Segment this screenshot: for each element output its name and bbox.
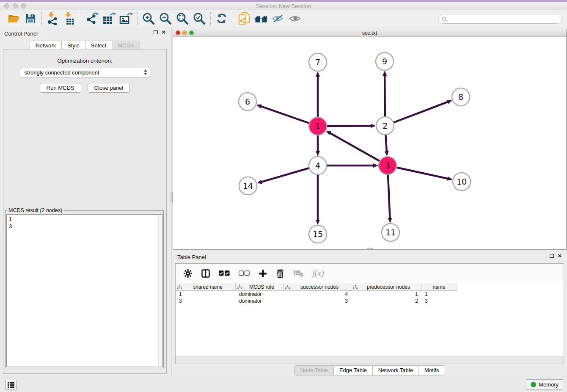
optimization-criterion-dropdown[interactable]: strongly connected component <box>20 68 150 77</box>
node-table: shared name MCDS role successor nodes pr… <box>176 283 564 304</box>
canvas-resize-grip[interactable] <box>366 248 373 249</box>
table-panel-body: f(x) shared name MCDS role successor nod… <box>175 263 564 364</box>
zoom-in-button[interactable] <box>140 11 157 26</box>
splitter-grip[interactable] <box>170 193 173 202</box>
import-network-icon <box>47 12 59 25</box>
cell-successor-nodes[interactable]: 4 <box>284 291 351 298</box>
network-window-titlebar[interactable]: × − + scc.txt <box>173 29 566 37</box>
column-view-icon <box>201 269 210 278</box>
table-row[interactable]: 3 dominator 3 2 3 <box>176 298 564 304</box>
column-header-shared-name[interactable]: shared name <box>176 283 236 291</box>
graph-node-label-2: 2 <box>383 121 388 130</box>
close-table-panel-icon[interactable]: × <box>558 254 561 258</box>
cell-predecessor-nodes[interactable]: 2 <box>351 298 421 304</box>
first-neighbors-button[interactable] <box>253 11 270 26</box>
column-header-mcds-role[interactable]: MCDS role <box>236 283 284 291</box>
mcds-result-text[interactable]: 1 3 <box>6 214 162 367</box>
add-row-button[interactable] <box>259 267 267 280</box>
show-all-button[interactable] <box>286 11 303 26</box>
control-panel: Control Panel × Network Style Select MCD… <box>0 27 170 377</box>
column-type-icon <box>285 285 290 289</box>
float-table-panel-icon[interactable] <box>550 254 554 258</box>
table-panel-title: Table Panel <box>177 254 206 260</box>
gear-button[interactable] <box>183 267 193 280</box>
cell-name[interactable]: 3 <box>421 298 457 304</box>
graph-node-label-6: 6 <box>245 97 250 106</box>
export-image-icon <box>119 12 133 25</box>
result-line: 1 <box>9 215 160 223</box>
column-header-predecessor-nodes[interactable]: predecessor nodes <box>351 283 421 291</box>
control-panel-title: Control Panel <box>4 30 38 37</box>
save-session-icon <box>25 13 36 24</box>
import-network-button[interactable] <box>44 11 61 26</box>
cell-mcds-role[interactable]: dominator <box>236 291 284 298</box>
column-view-button[interactable] <box>201 267 210 280</box>
column-type-icon <box>237 285 242 289</box>
memory-label: Memory <box>539 381 559 388</box>
hide-selected-button[interactable] <box>270 11 286 26</box>
export-network-icon <box>85 12 99 25</box>
new-network-from-selection-button[interactable] <box>236 11 253 26</box>
table-tabs: Node Table Edge Table Network Table Moti… <box>173 365 567 375</box>
cell-mcds-role[interactable]: dominator <box>236 298 284 304</box>
graph-node-label-7: 7 <box>315 58 320 67</box>
zoom-fit-icon <box>176 12 189 25</box>
zoom-out-button[interactable] <box>157 11 174 26</box>
graph-edge-2-8[interactable] <box>385 102 448 126</box>
network-window-title: scc.txt <box>173 30 566 36</box>
cell-successor-nodes[interactable]: 3 <box>284 298 351 304</box>
close-panel-icon[interactable]: × <box>162 30 165 34</box>
export-table-button[interactable] <box>101 11 118 26</box>
toolbar-separator <box>81 12 81 25</box>
zoom-in-icon <box>142 12 155 25</box>
tab-node-table[interactable]: Node Table <box>294 365 333 375</box>
deselect-all-button[interactable] <box>239 267 250 280</box>
cell-shared-name[interactable]: 1 <box>176 291 236 298</box>
search-box[interactable] <box>438 14 562 24</box>
import-table-button[interactable] <box>61 11 78 26</box>
delete-table-button[interactable] <box>293 267 303 280</box>
open-file-button[interactable] <box>5 11 22 26</box>
cell-name[interactable]: 1 <box>421 291 457 298</box>
network-canvas-svg: 7968124314101511 <box>173 37 566 249</box>
zoom-selected-button[interactable] <box>191 11 208 26</box>
export-image-button[interactable] <box>118 11 135 26</box>
zoom-selected-icon <box>193 12 206 25</box>
toolbar-separator <box>137 12 138 25</box>
show-task-history-button[interactable] <box>6 380 17 390</box>
window-title: Session: New Session <box>0 3 567 9</box>
export-network-button[interactable] <box>84 11 101 26</box>
result-scrollbar[interactable] <box>158 215 162 366</box>
toolbar-separator <box>41 12 42 25</box>
save-session-button[interactable] <box>22 11 39 26</box>
memory-button[interactable]: Memory <box>526 379 563 390</box>
cell-predecessor-nodes[interactable]: 1 <box>351 291 421 298</box>
refresh-layout-button[interactable] <box>213 11 230 26</box>
toolbar-separator <box>233 12 233 25</box>
close-panel-button[interactable]: Close panel <box>88 83 130 93</box>
column-header-name[interactable]: name <box>421 283 457 291</box>
function-builder-button[interactable]: f(x) <box>312 267 324 280</box>
graph-edge-3-1[interactable] <box>330 133 388 166</box>
select-all-button[interactable] <box>219 267 230 280</box>
tab-edge-table[interactable]: Edge Table <box>333 365 372 375</box>
delete-row-button[interactable] <box>276 267 284 280</box>
table-row[interactable]: 1 dominator 4 1 1 <box>176 291 564 298</box>
main-toolbar <box>0 10 567 27</box>
zoom-fit-button[interactable] <box>174 11 191 26</box>
dropdown-stepper-icon <box>144 69 147 75</box>
float-panel-icon[interactable] <box>154 30 158 34</box>
search-input[interactable] <box>448 15 561 23</box>
column-header-successor-nodes[interactable]: successor nodes <box>284 283 351 291</box>
cell-shared-name[interactable]: 3 <box>176 298 236 304</box>
new-network-from-selection-icon <box>238 12 250 25</box>
graph-node-label-1: 1 <box>315 121 320 131</box>
network-canvas[interactable]: 7968124314101511 <box>173 37 566 249</box>
table-toolbar: f(x) <box>176 264 564 283</box>
tab-motifs[interactable]: Motifs <box>418 365 445 375</box>
tab-network-table[interactable]: Network Table <box>372 365 418 375</box>
run-mcds-button[interactable]: Run MCDS <box>40 83 81 93</box>
panel-splitter[interactable] <box>170 27 173 377</box>
table-horizontal-scrollbar[interactable] <box>176 356 564 364</box>
graph-node-label-9: 9 <box>382 57 387 66</box>
